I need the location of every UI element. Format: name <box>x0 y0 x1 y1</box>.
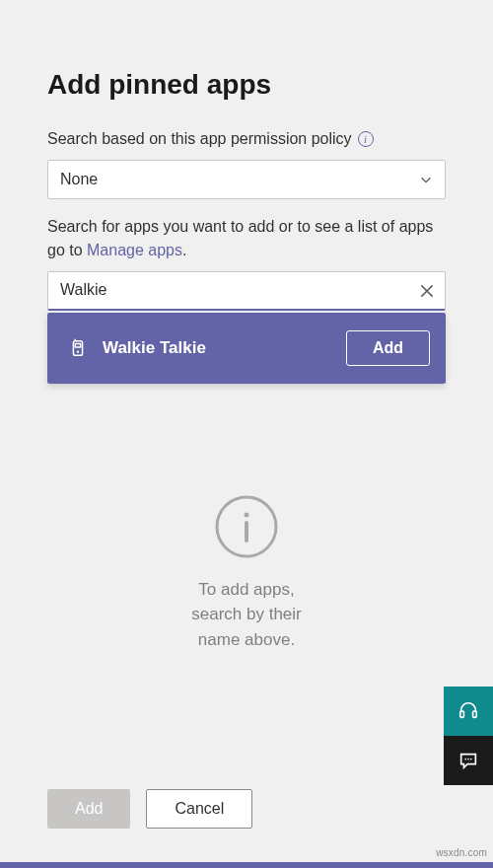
empty-state: To add apps, search by their name above. <box>47 492 446 653</box>
svg-rect-7 <box>460 711 464 717</box>
search-help-text: Search for apps you want to add or to se… <box>47 215 446 260</box>
side-widgets <box>444 687 493 785</box>
page-title: Add pinned apps <box>47 69 446 101</box>
info-icon[interactable]: i <box>358 131 374 147</box>
add-result-button[interactable]: Add <box>346 330 430 366</box>
policy-select-value: None <box>60 171 98 188</box>
cancel-button[interactable]: Cancel <box>146 789 252 829</box>
search-input[interactable] <box>47 271 446 311</box>
info-circle-icon <box>212 492 281 561</box>
manage-apps-link[interactable]: Manage apps <box>87 242 182 258</box>
svg-rect-1 <box>75 343 81 347</box>
search-help-suffix: . <box>182 242 186 258</box>
policy-select[interactable]: None <box>47 160 446 199</box>
policy-label-text: Search based on this app permission poli… <box>47 128 352 150</box>
empty-state-text: To add apps, search by their name above. <box>47 577 446 653</box>
walkie-talkie-icon <box>67 337 89 359</box>
svg-point-5 <box>245 512 249 517</box>
policy-label: Search based on this app permission poli… <box>47 128 446 150</box>
search-results-dropdown: Walkie Talkie Add <box>47 313 446 384</box>
add-button[interactable]: Add <box>47 789 130 829</box>
svg-point-11 <box>470 759 472 760</box>
add-pinned-apps-panel: Add pinned apps Search based on this app… <box>0 0 493 652</box>
search-result-name: Walkie Talkie <box>103 338 332 358</box>
clear-icon[interactable] <box>418 282 436 300</box>
bottom-accent-bar <box>0 862 493 868</box>
watermark: wsxdn.com <box>436 847 487 858</box>
support-widget[interactable] <box>444 687 493 736</box>
svg-rect-8 <box>473 711 477 717</box>
svg-point-3 <box>78 351 79 352</box>
footer-buttons: Add Cancel <box>47 789 252 829</box>
chevron-down-icon <box>419 173 433 186</box>
svg-point-9 <box>464 759 466 760</box>
search-result-item[interactable]: Walkie Talkie Add <box>55 321 438 376</box>
chat-icon <box>458 750 479 771</box>
svg-point-10 <box>467 759 469 760</box>
search-field-wrap <box>47 271 446 311</box>
headset-icon <box>458 700 479 722</box>
feedback-widget[interactable] <box>444 736 493 785</box>
